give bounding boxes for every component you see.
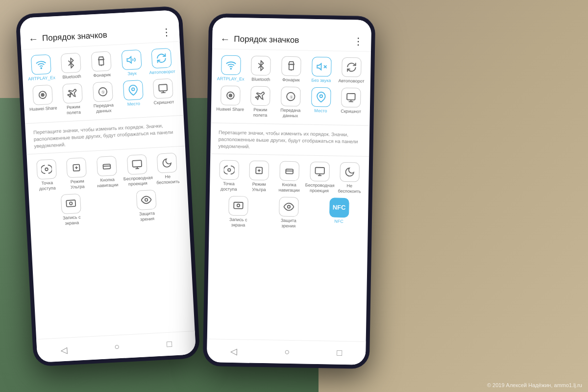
info-text-left: Перетащите значки, чтобы изменить их пор… <box>33 122 177 150</box>
back-button-right[interactable]: ← <box>220 33 230 45</box>
icon-ultra-left[interactable]: Режим Ультра <box>62 157 92 191</box>
svg-point-22 <box>145 198 148 201</box>
sound-icon-left <box>121 49 142 70</box>
wireless-icon-left <box>126 154 147 175</box>
nav-label-right: Кнопка навигации <box>275 182 303 194</box>
flashlight-label-right: Фонарик <box>282 77 300 83</box>
icon-ultra-right[interactable]: Режим Ультра <box>245 161 273 193</box>
screenshot-label-left: Скришнот <box>153 99 174 105</box>
flashlight-label-left: Фонарик <box>93 72 111 78</box>
icon-record-right[interactable]: Запись с экрана <box>224 196 253 228</box>
svg-point-38 <box>228 169 231 172</box>
artplay-icon-right <box>221 55 241 75</box>
airplane-label-right: Режим полета <box>246 107 274 118</box>
svg-rect-24 <box>289 64 294 70</box>
icon-nfc-right[interactable]: NFC NFC <box>324 197 353 230</box>
copyright: © 2019 Алексей Надёжин, ammo1.lj.ru <box>487 382 582 388</box>
icon-airplane-left[interactable]: Режим полета <box>58 83 88 116</box>
icon-hotspot-right[interactable]: Точка доступа <box>215 160 244 193</box>
icon-nav-left[interactable]: Кнопка навигации <box>92 156 122 189</box>
phone-left-screen: ← Порядок значков ⋮ ARTPLAY_Ex <box>20 10 196 363</box>
icon-no-sound-right[interactable]: Без звука <box>307 57 336 84</box>
nav-icon-right <box>279 161 299 181</box>
svg-rect-10 <box>159 84 167 91</box>
icon-artplay-left[interactable]: ARTPLAY_Ex <box>26 54 56 82</box>
icon-bluetooth-right[interactable]: Bluetooth <box>246 55 275 82</box>
back-button-left[interactable]: ← <box>28 33 38 45</box>
nfc-icon-right: NFC <box>329 197 349 218</box>
top-icons-left: ARTPLAY_Ex Bluetooth Фонар <box>21 42 183 124</box>
icon-record-left[interactable]: Запись с экрана <box>56 193 86 226</box>
icon-transfer-right[interactable]: ① Передача данных <box>276 86 305 119</box>
icon-screenshot-right[interactable]: Скришнот <box>337 87 366 120</box>
icon-bluetooth-left[interactable]: Bluetooth <box>56 52 86 80</box>
icon-wireless-left[interactable]: Беспроводная проекция <box>122 154 152 188</box>
icon-location-right[interactable]: Место <box>306 87 335 119</box>
bluetooth-icon-left <box>61 53 81 74</box>
eye-icon-right <box>279 197 299 217</box>
icon-eye-right[interactable]: Защита зрения <box>274 196 303 229</box>
svg-point-13 <box>45 168 48 171</box>
nav-back-right[interactable]: ◁ <box>230 345 237 356</box>
icon-huawei-share-left[interactable]: Huawei Share <box>28 84 58 118</box>
icon-artplay-right[interactable]: ARTPLAY_Ex <box>217 55 245 82</box>
huawei-share-label-left: Huawei Share <box>29 105 57 112</box>
svg-rect-44 <box>315 168 324 174</box>
hotspot-icon-left <box>36 159 57 180</box>
nav-label-left: Кнопка навигации <box>93 177 122 189</box>
artplay-label-left: ARTPLAY_Ex <box>28 75 55 82</box>
phones-container: ← Порядок значков ⋮ ARTPLAY_Ex <box>24 10 372 368</box>
location-icon-left <box>122 80 143 100</box>
icon-location-left[interactable]: Место <box>118 79 148 113</box>
svg-point-6 <box>42 95 43 96</box>
icon-huawei-share-right[interactable]: Huawei Share <box>216 85 245 118</box>
svg-marker-26 <box>317 64 321 70</box>
autorotate-label-right: Автоповорот <box>338 78 364 84</box>
icon-screenshot-left[interactable]: Скришнот <box>148 78 178 111</box>
icon-airplane-right[interactable]: Режим полета <box>246 86 275 118</box>
svg-marker-3 <box>127 57 131 63</box>
dnd-label-right: Не беспокоить <box>335 183 364 195</box>
icon-nav-right[interactable]: Кнопка навигации <box>275 161 304 194</box>
svg-rect-45 <box>234 202 244 209</box>
row2-right: Huawei Share Режим полета ① <box>211 83 370 122</box>
nav-recent-left[interactable]: □ <box>167 339 172 350</box>
icon-eye-left[interactable]: Защита зрения <box>132 189 162 222</box>
svg-point-31 <box>230 95 231 96</box>
row3-right: Точка доступа Режим Ультра <box>210 158 369 196</box>
icon-flashlight-left[interactable]: Фонарик <box>87 51 117 79</box>
info-text-right: Перетащите значки, чтобы изменить их пор… <box>218 129 362 152</box>
title-left: Порядок значков <box>42 27 162 44</box>
nav-home-right[interactable]: ○ <box>284 347 290 357</box>
transfer-label-left: Передача данных <box>89 102 118 115</box>
record-icon-right <box>228 196 248 216</box>
no-sound-label-right: Без звука <box>312 78 331 83</box>
more-button-left[interactable]: ⋮ <box>161 26 172 38</box>
icon-flashlight-right[interactable]: Фонарик <box>277 56 306 83</box>
no-sound-icon-right <box>312 57 332 77</box>
more-button-right[interactable]: ⋮ <box>353 35 363 47</box>
icon-sound-left[interactable]: Звук <box>117 49 147 77</box>
artplay-icon-left <box>31 54 51 75</box>
transfer-icon-right: ① <box>281 86 301 106</box>
icon-autorotate-left[interactable]: Автоповорот <box>147 48 177 75</box>
icon-hotspot-left[interactable]: Точка доступа <box>32 159 62 192</box>
autorotate-icon-left <box>151 48 172 69</box>
dnd-label-left: Не беспокоить <box>153 173 182 186</box>
nav-back-left[interactable]: ◁ <box>60 344 68 355</box>
icon-wireless-right[interactable]: Беспроводная проекция <box>305 162 334 194</box>
bottom-nav-right: ◁ ○ □ <box>207 339 366 365</box>
screenshot-icon-left <box>153 78 173 99</box>
icon-autorotate-right[interactable]: Автоповорот <box>337 57 366 84</box>
wireless-icon-right <box>310 162 330 182</box>
screenshot-label-right: Скришнот <box>341 109 361 115</box>
icon-dnd-left[interactable]: Не беспокоить <box>152 153 182 186</box>
lower-section-right: Точка доступа Режим Ультра <box>209 154 369 236</box>
icon-dnd-right[interactable]: Не беспокоить <box>335 162 364 195</box>
svg-point-9 <box>131 88 134 91</box>
record-icon-left <box>61 194 81 214</box>
icon-transfer-left[interactable]: ① Передача данных <box>88 81 118 115</box>
ultra-icon-left <box>66 158 87 178</box>
nav-home-left[interactable]: ○ <box>114 342 120 352</box>
nav-recent-right[interactable]: □ <box>337 348 342 358</box>
